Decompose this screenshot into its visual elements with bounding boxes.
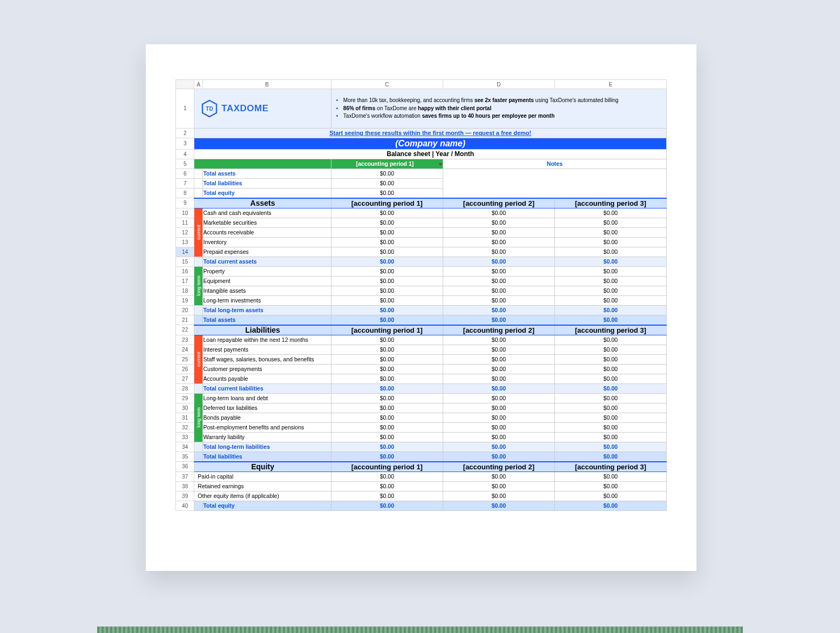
data-row: 27 Accounts payable $0.00 $0.00 $0.00 (176, 374, 667, 383)
row-header[interactable]: 3 (176, 138, 194, 149)
row-header[interactable]: 13 (176, 237, 194, 247)
decorative-bottom-strip (97, 627, 743, 633)
demo-link-row: 2 Start seeing these results within the … (176, 128, 667, 138)
period-header-1[interactable]: [accounting period 1] (331, 198, 443, 208)
data-row: 13 Inventory $0.00 $0.00 $0.00 (176, 237, 667, 247)
data-row: 16 long term Property $0.00 $0.00 $0.00 (176, 266, 667, 276)
row-header[interactable]: 7 (176, 178, 194, 188)
section-title-liabilities[interactable]: Liabilities (194, 325, 331, 335)
row-header[interactable]: 20 (176, 305, 194, 315)
row-header[interactable]: 2 (176, 128, 194, 138)
row-header[interactable]: 8 (176, 188, 194, 198)
row-header[interactable]: 28 (176, 383, 194, 393)
row-header[interactable]: 31 (176, 413, 194, 422)
row-header[interactable]: 16 (176, 266, 194, 276)
row-header[interactable]: 19 (176, 295, 194, 305)
cell[interactable] (194, 169, 203, 178)
row-header[interactable]: 11 (176, 218, 194, 227)
period-header-3[interactable]: [accounting period 3] (554, 198, 666, 208)
row-header[interactable]: 17 (176, 276, 194, 286)
data-row: 24 Interest payments $0.00 $0.00 $0.00 (176, 345, 667, 354)
summary-period-header[interactable]: [accounting period 1] (331, 159, 443, 169)
data-row: 30 Deferred tax liabilities $0.00 $0.00 … (176, 403, 667, 413)
col-header-E[interactable]: E (554, 80, 666, 89)
subtotal-row: 15 Total current assets $0.00 $0.00 $0.0… (176, 257, 667, 266)
spreadsheet: A B C D E 1 TD (175, 79, 667, 511)
row-header[interactable]: 15 (176, 257, 194, 266)
summary-group-header[interactable] (194, 159, 331, 169)
summary-value[interactable]: $0.00 (331, 178, 443, 188)
subtitle-cell[interactable]: Balance sheet | Year / Month (194, 149, 667, 159)
row-header[interactable]: 5 (176, 159, 194, 169)
summary-value[interactable]: $0.00 (331, 188, 443, 198)
dropdown-icon[interactable] (438, 163, 443, 166)
notes-header[interactable]: Notes (443, 159, 666, 169)
row-header[interactable]: 22 (176, 325, 194, 335)
data-row: 38 Retained earnings $0.00 $0.00 $0.00 (176, 481, 667, 491)
assets-section-header: 9 Assets [accounting period 1] [accounti… (176, 198, 667, 208)
row-header[interactable]: 26 (176, 364, 194, 374)
data-row: 23 current Loan repayable within the nex… (176, 335, 667, 345)
row-header[interactable]: 37 (176, 472, 194, 481)
row-header[interactable]: 9 (176, 198, 194, 208)
summary-label[interactable]: Total equity (203, 188, 331, 198)
row-header[interactable]: 40 (176, 501, 194, 510)
row-header[interactable]: 32 (176, 422, 194, 432)
subtotal-label[interactable]: Total current assets (203, 257, 331, 266)
summary-header-row: 5 [accounting period 1] Notes (176, 159, 667, 169)
row-header[interactable]: 36 (176, 462, 194, 472)
notes-area[interactable] (443, 169, 666, 198)
data-row: 31 Bonds payable $0.00 $0.00 $0.00 (176, 413, 667, 422)
row-header[interactable]: 24 (176, 345, 194, 354)
row-header[interactable]: 29 (176, 393, 194, 403)
row-header[interactable]: 14 (176, 247, 194, 257)
section-title-equity[interactable]: Equity (194, 462, 331, 472)
data-row: 10 current Cash and cash equivalents $0.… (176, 208, 667, 218)
request-demo-link[interactable]: Start seeing these results within the fi… (329, 130, 531, 136)
row-header[interactable]: 35 (176, 452, 194, 462)
row-header[interactable]: 21 (176, 315, 194, 325)
data-row: 25 Staff wages, salaries, bonuses, and b… (176, 354, 667, 364)
col-header-C[interactable]: C (331, 80, 443, 89)
subtotal-row: 20 Total long-term assets $0.00 $0.00 $0… (176, 305, 667, 315)
row-header[interactable]: 10 (176, 208, 194, 218)
row-header[interactable]: 33 (176, 432, 194, 442)
row-header[interactable]: 6 (176, 169, 194, 178)
side-label-current: current (194, 335, 203, 383)
row-header[interactable]: 27 (176, 374, 194, 383)
company-name-cell[interactable]: (Company name) (194, 138, 667, 149)
summary-label[interactable]: Total assets (203, 169, 331, 178)
col-header-A[interactable]: A (194, 80, 203, 89)
period-header-2[interactable]: [accounting period 2] (443, 198, 554, 208)
row-header[interactable]: 30 (176, 403, 194, 413)
data-row: 18 Intangible assets $0.00 $0.00 $0.00 (176, 286, 667, 295)
row-header[interactable]: 39 (176, 491, 194, 501)
row-header[interactable]: 25 (176, 354, 194, 364)
subtotal-row: 34 Total long-term liabilities $0.00 $0.… (176, 442, 667, 452)
row-header[interactable]: 38 (176, 481, 194, 491)
data-row: 39 Other equity items (if applicable) $0… (176, 491, 667, 501)
row-header[interactable]: 34 (176, 442, 194, 452)
grand-total-row: 40 Total equity $0.00 $0.00 $0.00 (176, 501, 667, 510)
row-header[interactable]: 23 (176, 335, 194, 345)
data-row: 33 Warranty liability $0.00 $0.00 $0.00 (176, 432, 667, 442)
row-header[interactable]: 12 (176, 227, 194, 237)
item-label[interactable]: Cash and cash equivalents (203, 208, 331, 218)
section-title-assets[interactable]: Assets (194, 198, 331, 208)
summary-row-total-assets: 6 Total assets $0.00 (176, 169, 667, 178)
data-row: 29 long term Long-term loans and debt $0… (176, 393, 667, 403)
col-header-D[interactable]: D (443, 80, 554, 89)
side-label-current: current (194, 208, 203, 257)
side-label-longterm: long term (194, 266, 203, 305)
data-row: 37 Paid-in capital $0.00 $0.00 $0.00 (176, 472, 667, 481)
spreadsheet-card: A B C D E 1 TD (146, 44, 696, 571)
summary-label[interactable]: Total liabilities (203, 178, 331, 188)
row-header[interactable]: 18 (176, 286, 194, 295)
banner-row: 1 TD TAXDOME (176, 89, 667, 129)
select-all-corner[interactable] (176, 80, 194, 89)
row-header[interactable]: 4 (176, 149, 194, 159)
grand-total-row: 21 Total assets $0.00 $0.00 $0.00 (176, 315, 667, 325)
summary-value[interactable]: $0.00 (331, 169, 443, 178)
col-header-B[interactable]: B (203, 80, 331, 89)
row-header[interactable]: 1 (176, 89, 194, 129)
